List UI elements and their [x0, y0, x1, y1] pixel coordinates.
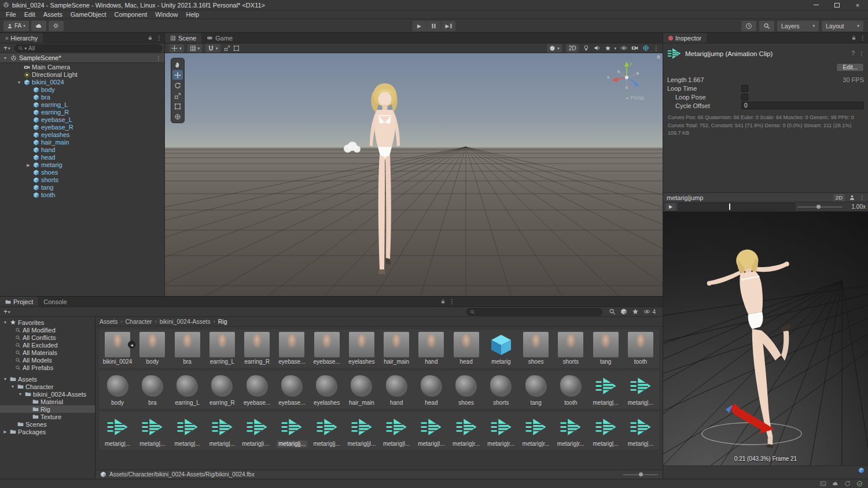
tab-inspector[interactable]: Inspector — [663, 33, 707, 43]
asset-metarig[interactable]: metarig|... — [170, 413, 205, 448]
breadcrumb-assets[interactable]: Assets — [100, 318, 118, 325]
expand-arrow-icon[interactable]: ▼ — [2, 377, 8, 381]
hierarchy-item-hair-main[interactable]: hair_main — [0, 139, 164, 146]
assetbundle-icon[interactable] — [858, 467, 865, 474]
loop-pose-checkbox[interactable] — [741, 94, 748, 101]
cloud-button[interactable] — [31, 21, 46, 31]
asset-metarig-l[interactable]: metarig|l... — [414, 413, 448, 448]
undo-history-button[interactable] — [741, 21, 756, 31]
menu-edit[interactable]: Edit — [20, 11, 39, 18]
layout-dropdown[interactable]: Layout ▾ — [822, 21, 863, 31]
render-mode-dropdown[interactable]: ▾ — [547, 44, 562, 53]
expand-arrow-icon[interactable]: ▼ — [16, 80, 22, 84]
asset-eyebase[interactable]: eyebase... — [240, 372, 274, 406]
step-button[interactable]: ▶ — [442, 21, 456, 31]
hierarchy-item-shorts[interactable]: shorts — [0, 176, 164, 184]
favorite-all-models[interactable]: All Models — [0, 356, 95, 364]
hierarchy-item-directional-light[interactable]: Directional Light — [0, 71, 164, 79]
preview-2d-button[interactable]: 2D — [833, 194, 845, 201]
asset-bra[interactable]: bra — [135, 372, 170, 406]
breadcrumb-bikini-0024-assets[interactable]: bikini_0024-Assets — [160, 318, 211, 325]
asset-head[interactable]: head — [449, 331, 484, 365]
hierarchy-item-tooth[interactable]: tooth — [0, 191, 164, 199]
transform-tool-button[interactable] — [172, 112, 183, 121]
asset-eyebase[interactable]: eyebase... — [274, 372, 309, 406]
tab-console[interactable]: Console — [38, 297, 72, 306]
toggle-2d-button[interactable]: 2D — [566, 44, 579, 53]
scale-tool-button[interactable] — [172, 91, 183, 101]
services-button[interactable] — [49, 21, 64, 31]
hierarchy-item-head[interactable]: head — [0, 154, 164, 161]
asset-eyelashes[interactable]: eyelashes — [310, 372, 344, 406]
avatar-icon[interactable] — [849, 194, 855, 201]
favorite-all-prefabs[interactable]: All Prefabs — [0, 364, 95, 371]
kebab-menu-icon[interactable]: ⋮ — [156, 35, 161, 41]
edit-button[interactable]: Edit... — [836, 63, 864, 72]
asset-bikini-0024[interactable]: ◀bikini_0024 — [100, 331, 135, 365]
folder-texture[interactable]: Texture — [0, 413, 95, 420]
expand-arrow-icon[interactable]: ▼ — [17, 392, 23, 396]
expand-arrow-icon[interactable]: ▼ — [10, 385, 16, 389]
tab-game[interactable]: Game — [201, 33, 238, 43]
slider-handle[interactable] — [816, 205, 821, 209]
hierarchy-item-bra[interactable]: bra — [0, 94, 164, 101]
overlay-menu-icon[interactable]: ≡ — [657, 54, 660, 60]
menu-gameobject[interactable]: GameObject — [67, 11, 111, 18]
gizmos-toggle-icon[interactable] — [642, 45, 649, 51]
hierarchy-item-earring-r[interactable]: earring_R — [0, 109, 164, 116]
package-icon[interactable] — [620, 308, 627, 315]
asset-earring-l[interactable]: earring_L — [205, 331, 240, 365]
asset-bra[interactable]: bra — [170, 331, 205, 365]
progress-check-icon[interactable] — [856, 480, 863, 487]
project-search-input[interactable] — [466, 308, 602, 316]
asset-tooth[interactable]: tooth — [623, 331, 658, 365]
asset-metarig-r[interactable]: metarig|r... — [518, 413, 553, 448]
expand-arrow-icon[interactable]: ▶ — [2, 430, 8, 434]
tool-settings-dropdown[interactable]: ▾ — [169, 44, 184, 53]
lock-icon[interactable] — [440, 299, 446, 304]
asset-metarig[interactable]: metarig|... — [623, 413, 658, 448]
favorite-all-modified[interactable]: All Modified — [0, 326, 95, 334]
asset-head[interactable]: head — [414, 372, 448, 406]
asset-metarig-r[interactable]: metarig|r... — [449, 413, 484, 448]
hierarchy-item-metarig[interactable]: ▶metarig — [0, 161, 164, 169]
asset-metarig-r[interactable]: metarig|r... — [484, 413, 518, 448]
asset-hand[interactable]: hand — [414, 331, 448, 365]
folder-scenes[interactable]: Scenes — [0, 420, 95, 428]
menu-file[interactable]: File — [2, 11, 20, 18]
asset-eyebase[interactable]: eyebase... — [310, 331, 344, 365]
preview-speed-slider[interactable] — [797, 203, 843, 210]
collab-cloud-icon[interactable] — [832, 480, 838, 487]
menu-help[interactable]: Help — [182, 11, 203, 18]
scene-character-model[interactable] — [351, 81, 418, 293]
asset-hair-main[interactable]: hair_main — [379, 331, 414, 365]
rect-snap-icon[interactable] — [233, 45, 240, 51]
playhead[interactable] — [729, 204, 730, 210]
camera-settings-icon[interactable] — [631, 45, 638, 51]
expand-arrow-icon[interactable]: ▼ — [2, 56, 8, 60]
asset-tang[interactable]: tang — [589, 331, 623, 365]
move-tool-button[interactable] — [172, 70, 183, 80]
asset-body[interactable]: body — [100, 372, 135, 406]
lock-icon[interactable] — [851, 35, 856, 40]
asset-metarig-jl[interactable]: metarig|jl... — [344, 413, 379, 448]
hierarchy-item-hand[interactable]: hand — [0, 146, 164, 154]
maximize-button[interactable] — [826, 0, 847, 10]
asset-eyebase[interactable]: eyebase... — [274, 331, 309, 365]
play-button[interactable]: ▶ — [413, 21, 427, 31]
asset-metarig[interactable]: metarig — [484, 331, 518, 365]
favorites-header[interactable]: ▼Favorites — [0, 319, 95, 326]
asset-tang[interactable]: tang — [518, 372, 553, 406]
asset-metarig[interactable]: metarig|... — [135, 413, 170, 448]
breadcrumb-character[interactable]: Character — [126, 318, 152, 325]
lock-icon[interactable] — [148, 35, 153, 40]
asset-shoes[interactable]: shoes — [518, 331, 553, 365]
folder-character[interactable]: ▼Character — [0, 383, 95, 390]
hierarchy-item-earring-l[interactable]: earring_L — [0, 101, 164, 109]
asset-hand[interactable]: hand — [379, 372, 414, 406]
hierarchy-item-eyelashes[interactable]: eyelashes — [0, 131, 164, 139]
subasset-collapse-button[interactable]: ◀ — [128, 341, 135, 349]
effects-dropdown[interactable]: ▾ — [605, 45, 616, 51]
project-add-button[interactable]: +▾ — [2, 308, 12, 316]
account-button[interactable]: FA ▾ — [3, 21, 29, 31]
